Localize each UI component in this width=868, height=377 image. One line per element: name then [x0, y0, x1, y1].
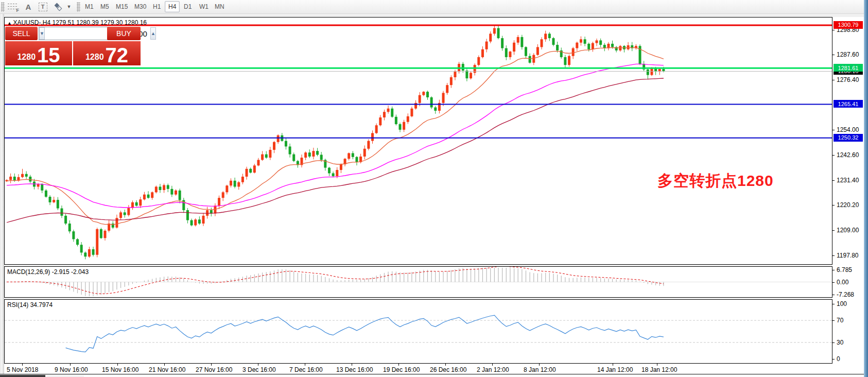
scrollbar-track [45, 375, 84, 377]
buy-price-button[interactable]: 1280 72 [73, 41, 141, 65]
triangle-icon: ▲ [7, 21, 13, 26]
sell-price-pips: 15 [37, 46, 60, 64]
arrows-tool-button[interactable] [52, 1, 64, 12]
axis-tick-label: 1197.80 [837, 252, 859, 259]
date-label: 19 Dec 16:00 [383, 366, 420, 373]
date-tick-mark [22, 364, 23, 366]
sell-price-main: 1280 [17, 53, 36, 61]
toolbar-grip[interactable] [1, 2, 5, 12]
symbol-period: XAUUSD-,H4 [13, 19, 50, 26]
macd-plot[interactable] [5, 267, 832, 297]
window-right-edge [864, 0, 868, 377]
timeframe-button-m5[interactable]: M5 [97, 1, 113, 12]
axis-tick-label: 1254.00 [837, 126, 859, 133]
timeframe-button-m1[interactable]: M1 [81, 1, 97, 12]
sell-button[interactable]: SELL [5, 27, 38, 40]
arrows-dropdown-button[interactable]: ▼ [66, 1, 72, 12]
axis-tick-label: 0.00 [837, 279, 848, 286]
axis-tick-mark [832, 130, 835, 130]
axis-tick-mark [832, 205, 835, 205]
axis-tick-label: 100 [837, 300, 847, 307]
timeframe-button-w1[interactable]: W1 [196, 1, 212, 12]
rsi-panel[interactable]: RSI(14) 34.7974 [4, 299, 832, 364]
timeframe-button-h4[interactable]: H4 [165, 1, 180, 12]
annotation-text: 多空转折点1280 [657, 170, 774, 192]
volume-increase-button[interactable]: ▲ [150, 27, 156, 40]
price-axis[interactable]: 1298.801287.601276.401254.001242.601231.… [832, 17, 864, 364]
date-tick-mark [657, 364, 657, 366]
date-label: 18 Jan 12:00 [641, 366, 677, 373]
date-tick-mark [492, 364, 493, 366]
volume-spinner: ▼ ▲ [39, 27, 111, 40]
axis-tick-mark [832, 359, 835, 359]
axis-tick-mark [832, 304, 835, 304]
axis-tick-mark [832, 180, 835, 181]
volume-decrease-button[interactable]: ▼ [39, 27, 45, 40]
toolbar-grip-2[interactable] [77, 2, 80, 12]
date-label: 8 Jan 12:00 [524, 366, 556, 373]
buy-price-main: 1280 [85, 53, 104, 61]
date-tick-mark [258, 364, 258, 366]
rsi-plot[interactable] [5, 300, 832, 363]
timeframe-button-d1[interactable]: D1 [180, 1, 195, 12]
ohlc-low: 1279.30 [100, 19, 123, 26]
fibonacci-tool-button[interactable]: F [7, 1, 18, 12]
axis-tick-label: 70 [837, 317, 843, 324]
macd-panel[interactable]: MACD(12,26,9) -2.915 -2.043 [4, 266, 832, 298]
price-level-badge: 1250.32 [834, 134, 863, 142]
price-level-badge: 1281.61 [834, 64, 863, 72]
date-label: 7 Dec 16:00 [289, 366, 323, 373]
chevron-down-icon: ▼ [67, 4, 72, 9]
date-label: 26 Dec 16:00 [430, 366, 466, 373]
horizontal-scrollbar [0, 374, 864, 377]
axis-tick-label: -7.268 [837, 291, 854, 298]
axis-tick-mark [832, 282, 835, 283]
axis-tick-label: 1220.20 [837, 201, 859, 209]
date-label: 9 Nov 16:00 [55, 366, 88, 373]
text-label-icon: T [39, 3, 47, 11]
axis-tick-label: 1231.40 [837, 177, 859, 184]
axis-tick-mark [832, 255, 835, 256]
toolbar: F A T ▼ M1M5M15M30H1H4D1W1MN [0, 0, 868, 14]
date-tick-mark [164, 364, 165, 366]
date-axis[interactable]: 5 Nov 20189 Nov 16:0015 Nov 16:0021 Nov … [4, 364, 864, 374]
date-tick-mark [398, 364, 399, 366]
timeframe-button-h1[interactable]: H1 [149, 1, 164, 12]
date-label: 14 Jan 12:00 [597, 366, 633, 373]
axis-tick-mark [832, 295, 835, 295]
macd-label: MACD(12,26,9) -2.915 -2.043 [7, 268, 89, 276]
ohlc-open: 1279.51 [52, 19, 74, 26]
date-tick-mark [445, 364, 446, 366]
scrollbar-thumb[interactable] [0, 375, 45, 377]
fibonacci-icon-letter: F [16, 8, 20, 13]
sell-price-button[interactable]: 1280 15 [5, 41, 72, 65]
timeframe-button-m15[interactable]: M15 [112, 1, 131, 12]
axis-tick-label: 30 [837, 339, 843, 346]
date-tick-mark [211, 364, 212, 366]
axis-tick-mark [832, 320, 835, 321]
text-icon: A [26, 3, 31, 11]
buy-price-pips: 72 [106, 46, 129, 64]
axis-tick-mark [832, 270, 835, 270]
date-label: 15 Nov 16:00 [102, 366, 138, 373]
text-label-tool-button[interactable]: T [38, 1, 48, 12]
timeframe-button-mn[interactable]: MN [211, 1, 228, 12]
date-tick-mark [539, 364, 540, 366]
date-tick-mark [117, 364, 118, 366]
axis-tick-mark [832, 342, 835, 343]
buy-button[interactable]: BUY [107, 27, 141, 40]
symbol-header: ▲ XAUUSD-,H4 1279.51 1280.39 1279.30 128… [7, 19, 147, 26]
date-label: 2 Jan 12:00 [477, 366, 509, 373]
axis-tick-label: 1276.40 [837, 76, 859, 83]
axis-tick-mark [832, 155, 835, 156]
fibonacci-icon [8, 4, 17, 10]
timeframe-button-m30[interactable]: M30 [131, 1, 150, 12]
price-level-badge: 1300.79 [834, 21, 863, 29]
axis-tick-label: 1287.60 [837, 51, 859, 58]
date-label: 3 Dec 16:00 [242, 366, 276, 373]
axis-tick-mark [832, 230, 835, 231]
ohlc-close: 1280.16 [125, 19, 147, 26]
date-tick-mark [613, 364, 613, 366]
date-label: 5 Nov 2018 [7, 366, 38, 373]
text-tool-button[interactable]: A [23, 1, 33, 12]
